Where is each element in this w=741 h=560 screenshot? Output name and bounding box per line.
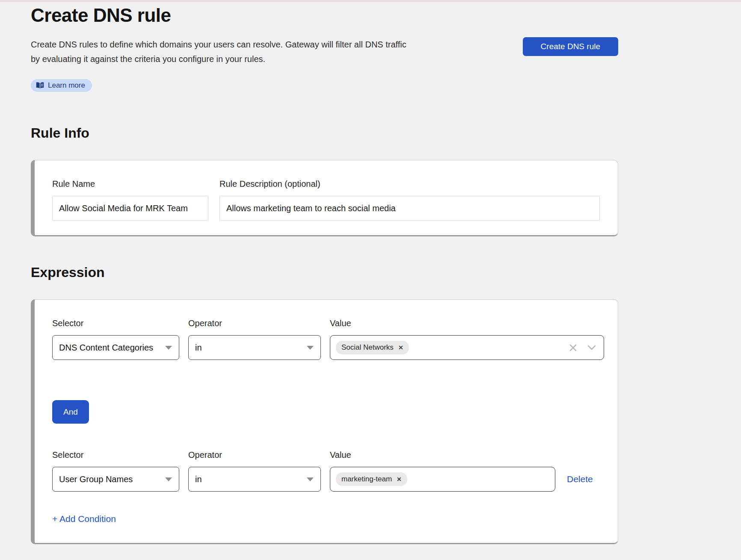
selector-label: Selector	[52, 318, 179, 328]
caret-down-icon	[165, 477, 172, 481]
condition-2-operator-group: Operator in	[188, 450, 321, 492]
rule-info-card: Rule Name Rule Description (optional)	[31, 160, 618, 236]
expression-title: Expression	[31, 265, 618, 280]
learn-more-label: Learn more	[48, 81, 85, 90]
window-top-edge	[0, 0, 741, 2]
operator-label: Operator	[188, 450, 321, 460]
condition-row-2: Selector User Group Names Operator in Va…	[52, 450, 604, 492]
value-tag-label: marketing-team	[341, 475, 392, 483]
clear-all-icon[interactable]	[569, 344, 577, 352]
value-label: Value	[330, 318, 604, 328]
rule-description-label: Rule Description (optional)	[219, 179, 600, 189]
condition-2-selector-dropdown[interactable]: User Group Names	[52, 467, 179, 492]
page-title: Create DNS rule	[31, 5, 618, 26]
operator-label: Operator	[188, 318, 321, 328]
value-tag: marketing-team ✕	[336, 472, 407, 486]
value-label: Value	[330, 450, 593, 460]
tag-remove-icon[interactable]: ✕	[397, 476, 402, 482]
expression-section: Expression Selector DNS Content Categori…	[31, 265, 618, 544]
page-description: Create DNS rules to define which domains…	[31, 37, 406, 66]
page-content: Create DNS rule Create DNS rules to defi…	[31, 5, 618, 544]
condition-1-operator-value: in	[195, 343, 202, 353]
condition-2-operator-dropdown[interactable]: in	[188, 467, 321, 492]
rule-info-section: Rule Info Rule Name Rule Description (op…	[31, 125, 618, 236]
tag-remove-icon[interactable]: ✕	[398, 345, 403, 351]
page-description-line-1: Create DNS rules to define which domains…	[31, 37, 406, 52]
condition-row-1: Selector DNS Content Categories Operator…	[52, 318, 604, 360]
rule-name-field-group: Rule Name	[52, 179, 208, 221]
value-tag-label: Social Networks	[341, 343, 394, 352]
and-button[interactable]: And	[52, 400, 89, 424]
rule-name-label: Rule Name	[52, 179, 208, 189]
value-tag: Social Networks ✕	[336, 341, 409, 354]
selector-label: Selector	[52, 450, 179, 460]
chevron-down-icon[interactable]	[587, 345, 596, 350]
page-description-line-2: by evaluating it against the criteria yo…	[31, 52, 406, 66]
condition-2-value-group: Value marketing-team ✕ Delete	[330, 450, 593, 492]
condition-2-selector-group: Selector User Group Names	[52, 450, 179, 492]
delete-condition-link[interactable]: Delete	[567, 474, 593, 484]
expression-card: Selector DNS Content Categories Operator…	[31, 299, 618, 544]
rule-info-title: Rule Info	[31, 125, 618, 141]
condition-1-selector-value: DNS Content Categories	[59, 343, 153, 353]
rule-description-input[interactable]	[219, 196, 600, 221]
multiselect-controls	[569, 344, 596, 352]
rule-name-input[interactable]	[52, 196, 208, 221]
book-icon	[36, 82, 44, 89]
caret-down-icon	[307, 477, 314, 481]
condition-1-operator-group: Operator in	[188, 318, 321, 360]
caret-down-icon	[165, 346, 172, 350]
condition-2-operator-value: in	[195, 475, 202, 484]
learn-more-link[interactable]: Learn more	[31, 79, 92, 92]
condition-1-value-group: Value Social Networks ✕	[330, 318, 604, 360]
caret-down-icon	[307, 346, 314, 350]
condition-1-selector-group: Selector DNS Content Categories	[52, 318, 179, 360]
condition-2-value-multiselect[interactable]: marketing-team ✕	[330, 467, 555, 492]
header-row: Create DNS rules to define which domains…	[31, 37, 618, 66]
condition-2-selector-value: User Group Names	[59, 475, 133, 484]
condition-1-selector-dropdown[interactable]: DNS Content Categories	[52, 335, 179, 360]
condition-2-value-row: marketing-team ✕ Delete	[330, 467, 593, 492]
add-condition-link[interactable]: + Add Condition	[52, 514, 116, 524]
rule-info-fields: Rule Name Rule Description (optional)	[52, 179, 600, 221]
condition-1-value-multiselect[interactable]: Social Networks ✕	[330, 335, 604, 360]
rule-description-field-group: Rule Description (optional)	[219, 179, 600, 221]
create-dns-rule-button[interactable]: Create DNS rule	[523, 37, 618, 56]
condition-1-operator-dropdown[interactable]: in	[188, 335, 321, 360]
